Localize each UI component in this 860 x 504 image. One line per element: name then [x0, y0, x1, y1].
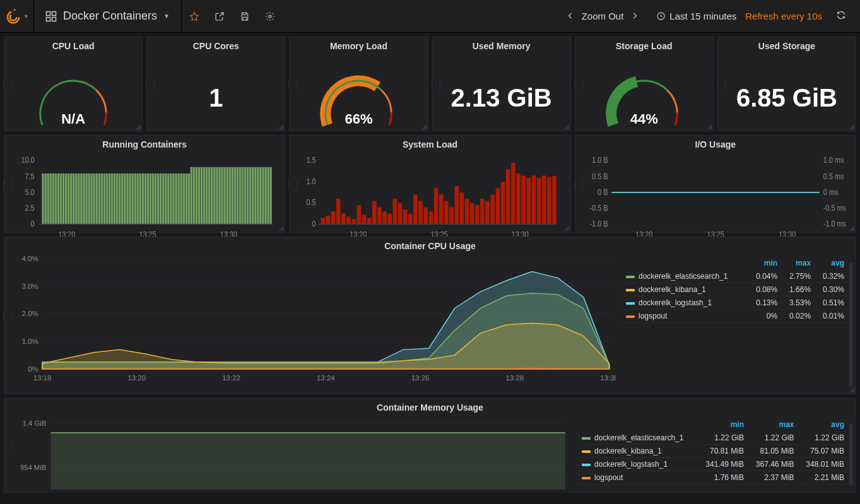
drag-handle-icon[interactable]: ⋮⋮ [718, 37, 724, 131]
resize-handle-icon[interactable] [849, 124, 854, 129]
time-back-button[interactable] [563, 11, 578, 21]
drag-handle-icon[interactable]: ⋮⋮ [433, 37, 439, 131]
svg-rect-196 [50, 433, 565, 489]
top-navbar: ▼ Docker Containers ▼ Zoom Out Last 15 m… [0, 0, 860, 33]
svg-rect-155 [547, 177, 551, 224]
panel-title: CPU Load [4, 37, 142, 52]
svg-rect-52 [142, 173, 144, 224]
time-range-picker[interactable]: Last 15 minutes [656, 11, 736, 21]
svg-text:-0.5 B: -0.5 B [589, 203, 608, 213]
refresh-icon [836, 10, 846, 20]
resize-handle-icon[interactable] [564, 226, 569, 231]
panel-storage-load[interactable]: ⋮⋮ Storage Load 44% [575, 37, 714, 131]
svg-rect-38 [106, 173, 108, 224]
settings-button[interactable] [257, 0, 283, 33]
drag-handle-icon[interactable]: ⋮⋮ [4, 136, 11, 232]
svg-rect-140 [470, 203, 474, 225]
svg-text:5.0: 5.0 [25, 187, 34, 197]
resize-handle-icon[interactable] [278, 226, 283, 231]
panel-used-memory[interactable]: ⋮⋮ Used Memory 2.13 GiB [432, 37, 571, 131]
drag-handle-icon[interactable]: ⋮⋮ [290, 136, 296, 232]
dashboard-picker[interactable]: Docker Containers ▼ [34, 0, 182, 32]
mini-chart: 10.07.55.02.5013:2013:2513:30 [4, 151, 285, 245]
drag-handle-icon[interactable]: ⋮⋮ [575, 37, 582, 131]
svg-rect-120 [367, 218, 372, 224]
refresh-interval-picker[interactable]: Refresh every 10s [745, 11, 822, 21]
drag-handle-icon[interactable]: ⋮⋮ [4, 237, 11, 394]
zoom-out-button[interactable]: Zoom Out [582, 11, 624, 21]
legend-row[interactable]: dockerelk_kibana_1 0.08%1.66%0.30% [622, 283, 848, 296]
legend-row[interactable]: dockerelk_kibana_1 70.81 MiB81.05 MiB75.… [578, 445, 848, 458]
cpu-chart-area: 4.0%3.0%2.0%1.0%0%13:1813:2013:2213:2413… [4, 252, 622, 385]
resize-handle-icon[interactable] [849, 226, 854, 231]
legend-row[interactable]: logspout 1.76 MiB2.37 MiB2.21 MiB [578, 471, 848, 484]
legend-row[interactable]: dockerelk_elasticsearch_1 0.04%2.75%0.32… [622, 270, 848, 283]
svg-rect-45 [124, 173, 126, 224]
legend-row[interactable]: dockerelk_elasticsearch_1 1.22 GiB1.22 G… [578, 431, 848, 445]
svg-rect-89 [237, 167, 239, 225]
svg-rect-151 [527, 178, 531, 225]
panel-cpu-cores[interactable]: ⋮⋮ CPU Cores 1 [146, 37, 285, 131]
panel-cpu-load[interactable]: ⋮⋮ CPU Load N/A [4, 37, 143, 131]
refresh-now-button[interactable] [832, 10, 850, 22]
svg-text:2.5: 2.5 [25, 203, 34, 213]
svg-rect-22 [65, 173, 67, 224]
svg-rect-93 [247, 167, 249, 225]
share-button[interactable] [207, 0, 232, 33]
drag-handle-icon[interactable]: ⋮⋮ [4, 399, 11, 492]
panel-used-storage[interactable]: ⋮⋮ Used Storage 6.85 GiB [717, 37, 856, 131]
legend-scrollbar[interactable] [849, 424, 853, 486]
legend-row[interactable]: dockerelk_logstash_1 0.13%3.53%0.51% [622, 296, 848, 310]
grafana-logo[interactable]: ▼ [0, 0, 34, 33]
svg-rect-33 [93, 173, 95, 224]
svg-rect-34 [96, 173, 98, 224]
panel-container-cpu-usage[interactable]: ⋮⋮ Container CPU Usage 4.0%3.0%2.0%1.0%0… [4, 237, 856, 394]
svg-rect-67 [180, 173, 182, 224]
panel-container-memory-usage[interactable]: ⋮⋮ Container Memory Usage 1.4 GiB954 MiB… [4, 398, 856, 493]
drag-handle-icon[interactable]: ⋮⋮ [147, 37, 153, 131]
svg-text:1.0%: 1.0% [22, 337, 38, 345]
resize-handle-icon[interactable] [421, 124, 427, 129]
time-forward-button[interactable] [627, 11, 642, 21]
svg-rect-57 [155, 173, 156, 224]
svg-rect-123 [383, 211, 387, 224]
legend-row[interactable]: dockerelk_logstash_1 341.49 MiB367.46 Mi… [578, 458, 848, 471]
resize-handle-icon[interactable] [849, 387, 854, 392]
resize-handle-icon[interactable] [136, 124, 141, 129]
svg-rect-135 [444, 201, 449, 225]
svg-rect-132 [429, 211, 433, 224]
drag-handle-icon[interactable]: ⋮⋮ [290, 37, 296, 131]
save-button[interactable] [232, 0, 257, 33]
svg-text:1.0: 1.0 [307, 177, 316, 186]
panel-system-load[interactable]: ⋮⋮ System Load 1.51.00.5013:2013:2513:30 [289, 135, 570, 233]
svg-rect-130 [419, 201, 423, 225]
drag-handle-icon[interactable]: ⋮⋮ [575, 136, 582, 232]
resize-handle-icon[interactable] [707, 124, 712, 129]
svg-text:0 B: 0 B [598, 187, 608, 197]
svg-rect-30 [85, 173, 87, 224]
gauge-value: 66% [345, 111, 372, 127]
panel-i-o-usage[interactable]: ⋮⋮ I/O Usage 1.0 B1.0 ms0.5 B0.5 ms0 B0 … [575, 135, 856, 233]
svg-text:-1.0 ms: -1.0 ms [823, 219, 846, 228]
star-button[interactable] [182, 0, 207, 33]
drag-handle-icon[interactable]: ⋮⋮ [4, 37, 11, 131]
svg-rect-60 [162, 173, 164, 224]
panel-running-containers[interactable]: ⋮⋮ Running Containers 10.07.55.02.5013:2… [4, 135, 285, 233]
svg-rect-147 [506, 169, 510, 224]
svg-rect-2 [47, 11, 50, 15]
singlestat-value: 1 [147, 52, 285, 144]
svg-rect-142 [481, 199, 485, 224]
panel-title: Running Containers [4, 136, 285, 151]
svg-rect-102 [269, 167, 271, 225]
legend-scrollbar[interactable] [849, 262, 853, 387]
svg-rect-28 [80, 173, 82, 224]
svg-rect-116 [347, 216, 351, 224]
svg-rect-5 [52, 17, 56, 21]
resize-handle-icon[interactable] [564, 124, 569, 129]
clock-icon [656, 11, 666, 21]
legend-row[interactable]: logspout 0%0.02%0.01% [622, 310, 848, 323]
panel-memory-load[interactable]: ⋮⋮ Memory Load 66% [289, 37, 428, 131]
resize-handle-icon[interactable] [278, 124, 283, 129]
svg-rect-74 [198, 167, 200, 225]
svg-text:13:28: 13:28 [505, 374, 524, 382]
